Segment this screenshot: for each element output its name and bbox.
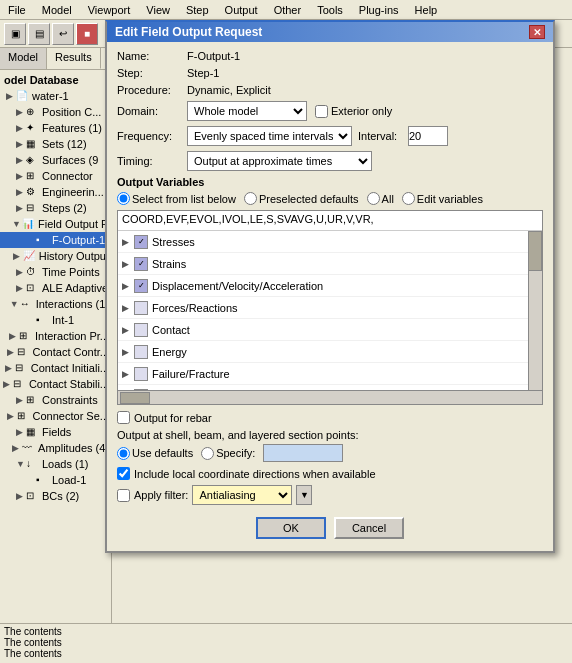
dialog-close-button[interactable]: ✕ [529,25,545,39]
tab-model[interactable]: Model [0,48,47,69]
tree-foutput1[interactable]: ▪ F-Output-1 [0,232,111,248]
menu-viewport[interactable]: Viewport [84,3,135,17]
tree-position[interactable]: ▶ ⊕ Position C... [0,104,111,120]
scrollbar-thumb[interactable] [528,231,542,271]
tree-amplitudes[interactable]: ▶ 〰 Amplitudes (4) [0,440,111,456]
tree-interaction-pr[interactable]: ▶ ⊞ Interaction Pr... [0,328,111,344]
radio-edit-variables[interactable]: Edit variables [402,192,483,205]
tree-history[interactable]: ▶ 📈 History Output [0,248,111,264]
tree-arrow: ▶ [7,347,17,357]
tree-sets[interactable]: ▶ ▦ Sets (12) [0,136,111,152]
ok-button[interactable]: OK [256,517,326,539]
tree-label: Time Points [42,266,100,278]
exterior-only-label[interactable]: Exterior only [315,105,392,118]
specify-input[interactable] [263,444,343,462]
use-defaults-radio[interactable] [117,447,130,460]
ci-icon: ⊟ [15,362,29,374]
tree-connector-se[interactable]: ▶ ⊞ Connector Se... [0,408,111,424]
variables-list[interactable]: ▶ ✓ Stresses ▶ ✓ Strains ▶ ✓ Displacemen… [118,231,542,390]
tree-water[interactable]: ▶ 📄 water-1 [0,88,111,104]
toolbar-btn-2[interactable]: ▤ [28,23,50,45]
tree-connector[interactable]: ▶ ⊞ Connector [0,168,111,184]
tree-timepoints[interactable]: ▶ ⏱ Time Points [0,264,111,280]
menu-view[interactable]: View [142,3,174,17]
domain-select[interactable]: Whole model Set Skin Fastener [187,101,307,121]
use-defaults-label[interactable]: Use defaults [117,447,193,460]
filter-checkbox[interactable] [117,489,130,502]
tree-interactions[interactable]: ▼ ↔ Interactions (1) [0,296,111,312]
tree-engineering[interactable]: ▶ ⚙ Engineerin... [0,184,111,200]
toolbar-btn-3[interactable]: ↩ [52,23,74,45]
toolbar-btn-red[interactable]: ■ [76,23,98,45]
tree-load1[interactable]: ▪ Load-1 [0,472,111,488]
left-panel: Model Results odel Database ▶ 📄 water-1 … [0,48,112,663]
radio-preselected[interactable]: Preselected defaults [244,192,359,205]
var-forces[interactable]: ▶ Forces/Reactions [118,297,542,319]
interval-label: Interval: [358,130,408,142]
cs-icon: ⊟ [13,378,27,390]
radio-select-list-input[interactable] [117,192,130,205]
cancel-button[interactable]: Cancel [334,517,404,539]
radio-preselected-input[interactable] [244,192,257,205]
tree-features[interactable]: ▶ ✦ Features (1) [0,120,111,136]
feat-icon: ✦ [26,122,40,134]
toolbar-btn-1[interactable]: ▣ [4,23,26,45]
tree-field-output[interactable]: ▼ 📊 Field Output R [0,216,111,232]
h-scrollbar[interactable] [118,390,542,404]
tree-arrow: ▶ [16,427,26,437]
tree-loads[interactable]: ▼ ↓ Loads (1) [0,456,111,472]
frequency-select[interactable]: Evenly spaced time intervals Every n tim… [187,126,352,146]
menu-step[interactable]: Step [182,3,213,17]
thermal-icon [134,389,148,391]
name-value: F-Output-1 [187,50,240,62]
tree-contact-ctrl[interactable]: ▶ ⊟ Contact Contr... [0,344,111,360]
tree-surfaces[interactable]: ▶ ◈ Surfaces (9 [0,152,111,168]
var-thermal[interactable]: ▶ Thermal [118,385,542,390]
menu-file[interactable]: File [4,3,30,17]
tree-label: Loads (1) [42,458,88,470]
var-label-energy: Energy [152,346,187,358]
ip-icon: ⊞ [19,330,33,342]
tree-constraints[interactable]: ▶ ⊞ Constraints [0,392,111,408]
menu-other[interactable]: Other [270,3,306,17]
rebar-checkbox[interactable] [117,411,130,424]
ld-icon: ↓ [26,458,40,470]
tree-label: Fields [42,426,71,438]
var-contact[interactable]: ▶ Contact [118,319,542,341]
specify-radio[interactable] [201,447,214,460]
tree-contact-init[interactable]: ▶ ⊟ Contact Initiali... [0,360,111,376]
specify-label[interactable]: Specify: [201,447,255,460]
var-strains[interactable]: ▶ ✓ Strains [118,253,542,275]
filter-select[interactable]: Antialiasing None [192,485,292,505]
tab-results[interactable]: Results [47,48,101,69]
exterior-only-checkbox[interactable] [315,105,328,118]
menu-tools[interactable]: Tools [313,3,347,17]
tree-bcs[interactable]: ▶ ⊡ BCs (2) [0,488,111,504]
var-energy[interactable]: ▶ Energy [118,341,542,363]
timing-select[interactable]: Output at approximate times Output at ex… [187,151,372,171]
interval-input[interactable] [408,126,448,146]
h-scrollbar-thumb[interactable] [120,392,150,404]
tree-steps[interactable]: ▶ ⊟ Steps (2) [0,200,111,216]
scrollbar-track[interactable] [528,231,542,390]
tree-label: Contact Stabili... [29,378,109,390]
var-failure[interactable]: ▶ Failure/Fracture [118,363,542,385]
menu-help[interactable]: Help [411,3,442,17]
var-label-forces: Forces/Reactions [152,302,238,314]
radio-edit-variables-input[interactable] [402,192,415,205]
var-displacement[interactable]: ▶ ✓ Displacement/Velocity/Acceleration [118,275,542,297]
procedure-row: Procedure: Dynamic, Explicit [117,84,543,96]
tree-fields[interactable]: ▶ ▦ Fields [0,424,111,440]
radio-select-list[interactable]: Select from list below [117,192,236,205]
radio-all[interactable]: All [367,192,394,205]
radio-all-input[interactable] [367,192,380,205]
var-stresses[interactable]: ▶ ✓ Stresses [118,231,542,253]
tree-int1[interactable]: ▪ Int-1 [0,312,111,328]
menu-output[interactable]: Output [221,3,262,17]
local-coords-checkbox[interactable] [117,467,130,480]
menu-plugins[interactable]: Plug-ins [355,3,403,17]
tree-contact-stab[interactable]: ▶ ⊟ Contact Stabili... [0,376,111,392]
menu-model[interactable]: Model [38,3,76,17]
filter-arrow-button[interactable]: ▼ [296,485,312,505]
tree-ale[interactable]: ▶ ⊡ ALE Adaptive [0,280,111,296]
